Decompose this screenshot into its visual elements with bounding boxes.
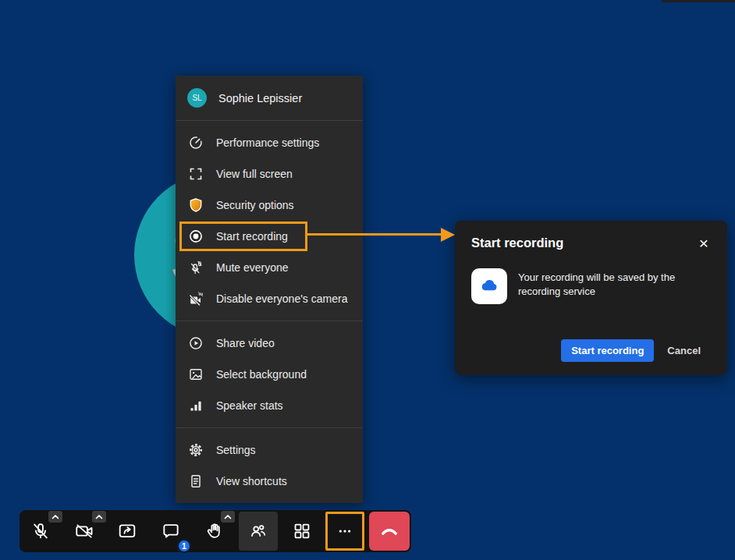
gauge-icon <box>187 135 204 151</box>
raise-hand-icon <box>204 521 225 541</box>
select-background-icon <box>187 367 204 383</box>
leave-meeting-button[interactable] <box>369 512 410 551</box>
menu-item-performance-settings[interactable]: Performance settings <box>176 127 363 158</box>
share-screen-button[interactable] <box>108 512 147 551</box>
share-screen-icon <box>117 521 137 541</box>
menu-item-label: Mute everyone <box>216 261 289 274</box>
more-actions-menu: SL Sophie Lepissier Performance settings… <box>176 76 363 503</box>
meeting-toolbar: 1 <box>20 510 411 552</box>
microphone-muted-icon <box>30 521 51 541</box>
menu-item-start-recording[interactable]: Start recording <box>176 221 363 252</box>
menu-item-label: Select background <box>216 368 307 381</box>
hangup-icon <box>378 520 400 542</box>
menu-item-speaker-stats[interactable]: Speaker stats <box>176 390 363 421</box>
share-video-icon <box>187 335 204 352</box>
menu-item-view-full-screen[interactable]: View full screen <box>176 158 363 190</box>
user-avatar-initials: SL <box>192 94 201 102</box>
menu-user-header[interactable]: SL Sophie Lepissier <box>176 76 363 121</box>
menu-item-label: Performance settings <box>216 136 319 149</box>
menu-item-label: View full screen <box>216 168 293 180</box>
camera-off-icon <box>74 521 94 541</box>
tile-view-icon <box>292 521 312 541</box>
chevron-up-icon <box>94 513 104 520</box>
annotation-arrow-head <box>441 228 455 242</box>
menu-item-label: Start recording <box>216 230 288 243</box>
user-avatar: SL <box>187 88 207 108</box>
mic-off-everyone-icon <box>187 260 204 276</box>
menu-item-label: Disable everyone's camera <box>216 292 347 305</box>
chevron-up-icon <box>51 513 60 520</box>
menu-item-label: Settings <box>216 444 256 456</box>
menu-item-label: Security options <box>216 199 294 211</box>
user-name: Sophie Lepissier <box>218 92 302 105</box>
window-artifact-strip <box>662 0 735 2</box>
camera-options-chevron[interactable] <box>92 511 106 523</box>
start-recording-dialog: Start recording × Your recording will be… <box>455 221 727 375</box>
close-icon[interactable]: × <box>699 237 708 250</box>
menu-item-settings[interactable]: Settings <box>176 434 363 466</box>
menu-item-label: Share video <box>216 337 275 349</box>
microphone-options-chevron[interactable] <box>48 511 62 523</box>
chevron-up-icon <box>223 513 233 520</box>
dialog-title: Start recording <box>471 236 563 250</box>
chat-icon <box>161 521 181 541</box>
menu-item-share-video[interactable]: Share video <box>176 328 363 359</box>
menu-item-disable-everyones-camera[interactable]: Disable everyone's camera <box>176 283 363 314</box>
menu-item-view-shortcuts[interactable]: View shortcuts <box>176 466 363 497</box>
camera-off-everyone-icon <box>187 291 204 307</box>
record-icon <box>187 229 204 245</box>
speaker-stats-icon <box>187 398 204 414</box>
menu-section-media: Share video Select background Speaker <box>176 321 363 428</box>
chat-unread-badge: 1 <box>177 539 191 553</box>
dialog-message: Your recording will be saved by the reco… <box>518 268 708 298</box>
confirm-start-recording-button[interactable]: Start recording <box>561 339 654 362</box>
settings-icon <box>187 442 204 459</box>
menu-item-mute-everyone[interactable]: Mute everyone <box>176 252 363 283</box>
recording-service-tile <box>471 268 507 304</box>
menu-section-meeting: Performance settings View full screen Se… <box>176 121 363 321</box>
fullscreen-icon <box>187 166 204 183</box>
cancel-button[interactable]: Cancel <box>667 339 701 362</box>
more-dots-icon <box>335 521 355 541</box>
participants-icon <box>248 521 268 541</box>
view-shortcuts-icon <box>187 473 204 490</box>
more-actions-button[interactable] <box>325 512 364 551</box>
reactions-options-chevron[interactable] <box>221 511 235 523</box>
menu-item-label: Speaker stats <box>216 399 283 412</box>
menu-item-label: View shortcuts <box>216 475 287 487</box>
menu-section-app: Settings View shortcuts <box>176 428 363 503</box>
annotation-arrow-line <box>307 233 443 236</box>
participants-button[interactable] <box>239 512 278 551</box>
toggle-tile-view-button[interactable] <box>282 512 321 551</box>
cloud-icon <box>478 275 500 297</box>
menu-item-security-options[interactable]: Security options <box>176 190 363 221</box>
shield-icon <box>187 197 204 214</box>
menu-item-select-background[interactable]: Select background <box>176 359 363 390</box>
